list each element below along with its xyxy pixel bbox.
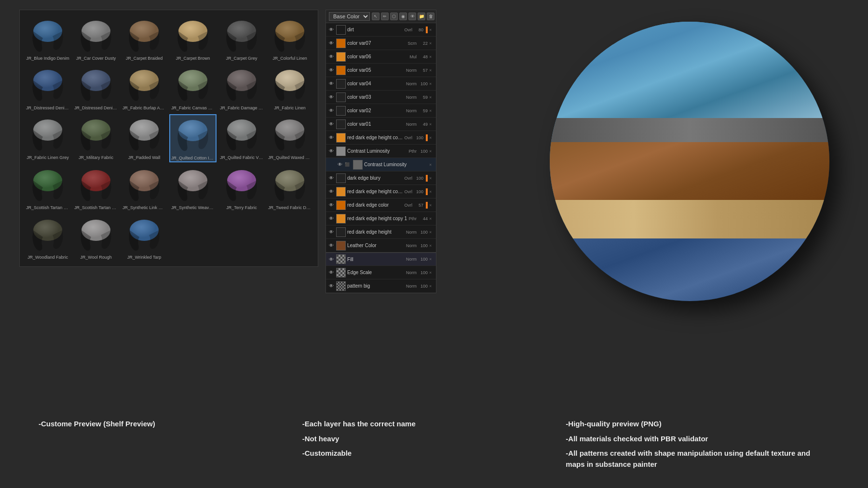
material-item-fabric_damage_old[interactable]: JR_Fabric Damage Old	[218, 65, 265, 112]
layer-row-4[interactable]: 👁color var04Norm100×	[326, 77, 436, 91]
material-item-scottish_tartan_gr[interactable]: JR_Scottish Tartan Gr...	[25, 164, 71, 212]
layer-close-13[interactable]: ×	[429, 203, 434, 208]
visibility-icon-5[interactable]: 👁	[328, 94, 335, 101]
brush-icon[interactable]: ✏	[381, 13, 389, 20]
layer-close-12[interactable]: ×	[429, 189, 434, 194]
material-item-fabric_linen_grey[interactable]: JR_Fabric Linen Grey	[25, 114, 71, 163]
material-item-carpet_brown[interactable]: JR_Carpet Brown	[169, 15, 217, 63]
eye2-icon[interactable]: 👁	[408, 13, 416, 20]
layer-close-0[interactable]: ×	[429, 27, 434, 32]
visibility-icon-8[interactable]: 👁	[328, 134, 335, 141]
visibility-icon-19[interactable]: 👁	[328, 283, 335, 290]
layer-close-2[interactable]: ×	[429, 54, 434, 59]
layer-row-9[interactable]: 👁Contrast LuminosityPthr100×	[326, 145, 436, 158]
layer-close-3[interactable]: ×	[429, 68, 434, 73]
layer-row-7[interactable]: 👁color var01Norm49×	[326, 118, 436, 131]
material-item-fabric_burlap[interactable]: JR_Fabric Burlap Aged	[121, 65, 167, 112]
material-item-quilted_fabric_vis[interactable]: JR_Quilted Fabric Vis...	[218, 114, 265, 163]
layer-row-19[interactable]: 👁pattern bigNorm100×	[326, 279, 436, 293]
material-item-carpet_braided[interactable]: JR_Carpet Braided	[121, 15, 167, 63]
visibility-icon-15[interactable]: 👁	[328, 229, 335, 236]
layer-close-4[interactable]: ×	[429, 81, 434, 86]
layer-row-5[interactable]: 👁color var03Norm59×	[326, 91, 436, 104]
layer-row-1[interactable]: 👁color var07Scrn22×	[326, 37, 436, 50]
material-item-carpet_grey[interactable]: JR_Carpet Grey	[218, 15, 265, 63]
visibility-icon-2[interactable]: 👁	[328, 53, 335, 60]
layer-row-17[interactable]: 👁FillNorm100×	[326, 252, 436, 266]
material-item-wrinkled_tarp[interactable]: JR_Wrinkled Tarp	[121, 214, 167, 262]
layer-close-7[interactable]: ×	[429, 122, 434, 127]
layer-row-0[interactable]: 👁dirtOvrl80×	[326, 23, 436, 37]
material-item-wool_rough[interactable]: JR_Wool Rough	[73, 214, 119, 262]
layer-row-14[interactable]: 👁red dark edge height copy 1Pthr44×	[326, 212, 436, 225]
visibility-icon-9[interactable]: 👁	[328, 148, 335, 155]
visibility-icon-1[interactable]: 👁	[328, 40, 335, 47]
layer-row-10[interactable]: 👁⬛Contrast Luminosity×	[326, 158, 436, 171]
material-item-terry_fabric[interactable]: JR_Terry Fabric	[218, 164, 265, 212]
layer-row-3[interactable]: 👁color var05Norm57×	[326, 64, 436, 77]
material-item-quilted_cotton_in[interactable]: JR_Quilted Cotton In...	[169, 114, 217, 163]
layer-close-17[interactable]: ×	[429, 257, 434, 262]
material-item-quilted_waxed_fa[interactable]: JR_Quilted Waxed Fa...	[267, 114, 313, 163]
visibility-icon-18[interactable]: 👁	[328, 269, 335, 276]
material-item-synthetic_link_we[interactable]: JR_Synthetic Link We...	[121, 164, 167, 212]
layer-close-6[interactable]: ×	[429, 108, 434, 113]
material-item-fabric_canvas_dirty[interactable]: JR_Fabric Canvas Dirty	[169, 65, 217, 112]
material-item-distressed_denim2[interactable]: JR_Distressed Denim...	[73, 65, 119, 112]
layer-close-18[interactable]: ×	[429, 270, 434, 275]
layer-close-9[interactable]: ×	[429, 149, 434, 154]
material-item-woodland_fabric[interactable]: JR_Woodland Fabric	[25, 214, 71, 262]
visibility-icon-7[interactable]: 👁	[328, 121, 335, 128]
layer-opacity-9: 100	[418, 149, 428, 154]
material-item-blue_indigo_denim[interactable]: JR_Blue Indigo Denim	[25, 15, 71, 63]
layer-row-12[interactable]: 👁red dark edge height copy 2Ovrl100×	[326, 185, 436, 198]
polygon-icon[interactable]: ⬡	[390, 13, 398, 20]
folder-icon[interactable]: 📁	[418, 13, 425, 20]
material-item-colorful_linen[interactable]: JR_Colorful Linen	[267, 15, 313, 63]
layer-row-13[interactable]: 👁red dark edge colorOvrl57×	[326, 198, 436, 212]
material-item-fabric_linen[interactable]: JR_Fabric Linen	[267, 65, 313, 112]
layer-close-10[interactable]: ×	[429, 162, 434, 167]
material-item-scottish_tartan_red[interactable]: JR_Scottish Tartan Red	[73, 164, 119, 212]
layer-row-11[interactable]: 👁dark edge bluryOvrl100×	[326, 171, 436, 185]
bucket-icon[interactable]: ◉	[399, 13, 407, 20]
layer-close-5[interactable]: ×	[429, 95, 434, 100]
layer-close-19[interactable]: ×	[429, 284, 434, 289]
visibility-icon-0[interactable]: 👁	[328, 26, 335, 33]
visibility-icon-13[interactable]: 👁	[328, 202, 335, 209]
visibility-icon-12[interactable]: 👁	[328, 188, 335, 195]
material-item-military_fabric[interactable]: JR_Military Fabric	[73, 114, 119, 163]
visibility-icon-3[interactable]: 👁	[328, 67, 335, 74]
layer-row-6[interactable]: 👁color var02Norm59×	[326, 104, 436, 118]
material-item-synthetic_weave[interactable]: JR_Synthetic Weave ...	[169, 164, 217, 212]
material-item-car_cover_dusty[interactable]: JR_Car Cover Dusty	[73, 15, 119, 63]
material-item-padded_wall[interactable]: JR_Padded Wall	[121, 114, 167, 163]
layer-close-15[interactable]: ×	[429, 230, 434, 235]
layer-close-8[interactable]: ×	[429, 135, 434, 140]
visibility-icon-6[interactable]: 👁	[328, 107, 335, 114]
visibility-icon-14[interactable]: 👁	[328, 215, 335, 222]
visibility-icon-17[interactable]: 👁	[328, 256, 335, 263]
layer-opacity-17: 100	[418, 257, 428, 262]
layer-thumb-11	[336, 173, 346, 183]
visibility-icon-10[interactable]: 👁	[337, 161, 343, 168]
layer-close-1[interactable]: ×	[429, 41, 434, 46]
cursor-icon[interactable]: ↖	[372, 13, 380, 20]
layer-close-16[interactable]: ×	[429, 243, 434, 248]
layer-close-11[interactable]: ×	[429, 176, 434, 181]
material-item-tweed_fabric[interactable]: JR_Tweed Fabric Dist...	[267, 164, 313, 212]
visibility-icon-4[interactable]: 👁	[328, 80, 335, 87]
layer-row-15[interactable]: 👁red dark edge heightNorm100×	[326, 225, 436, 239]
layer-row-18[interactable]: 👁Edge ScaleNorm100×	[326, 266, 436, 279]
layer-row-16[interactable]: 👁Leather ColorNorm100×	[326, 239, 436, 252]
material-item-distressed_denim1[interactable]: JR_Distressed Denim...	[25, 65, 71, 112]
visibility-icon-11[interactable]: 👁	[328, 175, 335, 182]
svg-point-31	[178, 120, 207, 141]
layer-close-14[interactable]: ×	[429, 216, 434, 221]
visibility-icon-16[interactable]: 👁	[328, 242, 335, 249]
material-thumb-fabric_damage_old	[220, 66, 263, 105]
layer-row-8[interactable]: 👁red dark edge height copy 2Ovrl100×	[326, 131, 436, 145]
trash-icon[interactable]: 🗑	[427, 13, 434, 20]
channel-select[interactable]: Base Color	[329, 12, 370, 21]
layer-row-2[interactable]: 👁color var06Mul48×	[326, 50, 436, 64]
